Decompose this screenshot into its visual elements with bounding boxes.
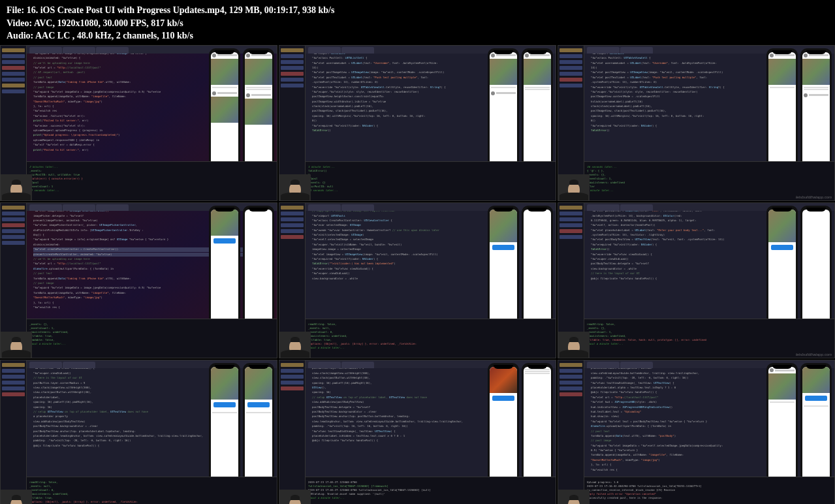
file-value: 16. iOS Create Post UI with Progress Upd… — [27, 5, 335, 15]
media-info-header: File: 16. iOS Create Post UI with Progre… — [0, 0, 835, 45]
thumb-1: "kw">guard "kw">let image = info[.origin… — [0, 45, 277, 201]
watermark: letsbuildthatapp.com — [796, 195, 832, 199]
thumb-9: placeholderLabel.leadingAnchor, bottom:v… — [558, 360, 835, 504]
thumbnail-grid: "kw">guard "kw">let image = info[.origin… — [0, 45, 835, 504]
thumb-2: "kw">import LBTATools"kw">class PostCell… — [279, 45, 556, 201]
thumb-5: // Copyright © 2019 Brian Voong. All rig… — [279, 202, 556, 358]
video-value: AVC, 1920x1080, 30.000 FPS, 817 kb/s — [34, 18, 183, 28]
thumb-6: "kw">let postButton = UIButton(title: "P… — [558, 202, 835, 358]
video-label: Video: — [7, 18, 34, 28]
webcam — [1, 174, 32, 200]
audio-label: Audio: — [7, 31, 35, 40]
thumb-3: "kw">import LBTATools"kw">class PostCell… — [558, 45, 835, 201]
thumb-8: postButton.layer.cornerRadius = 5view.st… — [279, 360, 556, 504]
terminal: 2 minutes later..._events:_curPostID: nu… — [27, 161, 277, 200]
thumb-4: "kw">let imagePicker = UIImagePickerCont… — [0, 202, 277, 358]
thumb-7: "kw">override "kw">func viewDidLoad() {"… — [0, 360, 277, 504]
audio-value: AAC LC , 48.0 kHz, 2 channels, 110 kb/s — [35, 31, 193, 40]
file-label: File: — [7, 5, 27, 15]
